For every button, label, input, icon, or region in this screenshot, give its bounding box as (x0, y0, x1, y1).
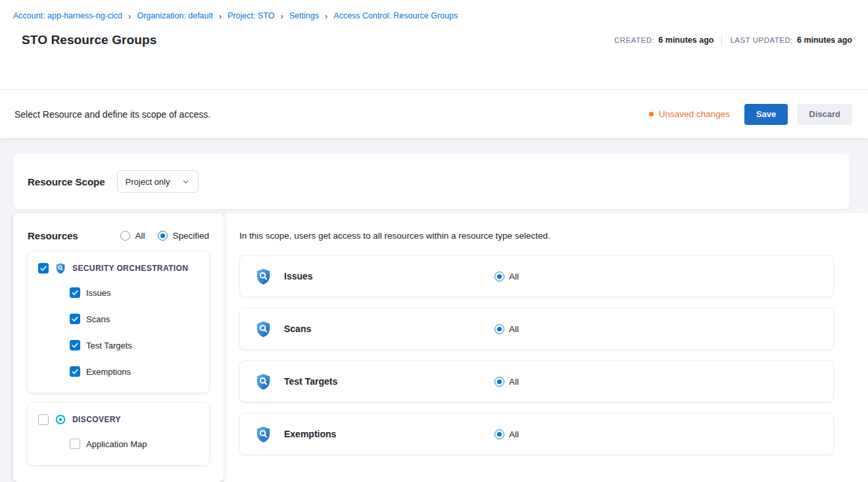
unsaved-dot-icon (649, 112, 654, 116)
access-all-label: All (509, 324, 519, 334)
radio-unselected-icon (120, 231, 130, 241)
app-root: Account: app-harness-ng-cicd Organizatio… (0, 0, 868, 482)
resource-item-label: Exemptions (86, 367, 131, 377)
scope-description: In this scope, users get access to all r… (239, 231, 834, 241)
access-all-label: All (509, 429, 519, 439)
title-row: STO Resource Groups CREATED: 6 minutes a… (13, 33, 852, 47)
resources-filter-specified[interactable]: Specified (158, 231, 209, 241)
row-label-issues: Issues (284, 271, 494, 281)
scans-checkbox[interactable] (70, 314, 80, 324)
access-all-label: All (509, 377, 519, 387)
resource-item-label: Application Map (86, 439, 147, 449)
radio-selected-icon (158, 231, 168, 241)
breadcrumb-item-account[interactable]: Account: app-harness-ng-cicd (13, 11, 122, 20)
panels: Resources All Specified (13, 213, 868, 482)
resource-group-security-orchestration: SECURITY ORCHESTRATION Issues (28, 252, 209, 393)
resource-row-exemptions: Exemptions All (239, 413, 834, 455)
resource-item-exemptions[interactable]: Exemptions (70, 358, 199, 385)
check-icon (71, 368, 79, 375)
row-label-scans: Scans (284, 324, 494, 334)
resource-item-label: Test Targets (86, 341, 132, 350)
resource-scope-card: Resource Scope Project only (13, 154, 850, 209)
issues-checkbox[interactable] (70, 287, 80, 298)
breadcrumb-item-project[interactable]: Project: STO (228, 11, 274, 20)
test-targets-access-all-radio[interactable]: All (494, 377, 519, 387)
resource-group-discovery: DISCOVERY Application Map (28, 403, 209, 465)
unsaved-changes-label: Unsaved changes (659, 109, 730, 119)
resources-header: Resources All Specified (28, 230, 209, 241)
group-items: Application Map (70, 431, 199, 457)
toolbar-actions: Unsaved changes Save Discard (649, 104, 852, 125)
application-map-checkbox[interactable] (70, 439, 80, 449)
sto-shield-icon (254, 373, 272, 391)
check-icon (39, 264, 47, 272)
exemptions-checkbox[interactable] (70, 366, 80, 377)
row-label-exemptions: Exemptions (284, 429, 494, 439)
discovery-checkbox[interactable] (38, 414, 49, 425)
chevron-right-icon (219, 12, 222, 20)
resource-row-scans: Scans All (239, 308, 834, 350)
page-header: Account: app-harness-ng-cicd Organizatio… (0, 0, 868, 90)
breadcrumb-item-organization[interactable]: Organization: default (137, 11, 212, 20)
resources-filter-all[interactable]: All (120, 231, 145, 241)
radio-selected-icon (494, 429, 504, 439)
sto-shield-icon (254, 320, 272, 338)
radio-selected-icon (494, 377, 504, 387)
header-meta: CREATED: 6 minutes ago LAST UPDATED: 6 m… (614, 36, 852, 45)
resource-scope-selected-value: Project only (126, 177, 170, 187)
group-name: DISCOVERY (72, 415, 121, 424)
resource-item-test-targets[interactable]: Test Targets (70, 332, 199, 358)
chevron-right-icon (280, 12, 283, 20)
row-label-test-targets: Test Targets (284, 376, 494, 387)
resource-row-test-targets: Test Targets All (239, 360, 834, 402)
sto-shield-icon (254, 425, 272, 443)
sto-shield-icon (55, 262, 66, 274)
issues-access-all-radio[interactable]: All (494, 272, 519, 281)
scope-detail-panel: In this scope, users get access to all r… (224, 213, 868, 482)
discard-button[interactable]: Discard (797, 104, 852, 125)
discovery-target-icon (55, 414, 66, 425)
group-items: Issues Scans Test Targets (70, 279, 199, 385)
exemptions-access-all-radio[interactable]: All (494, 429, 519, 439)
save-button[interactable]: Save (744, 104, 788, 125)
group-name: SECURITY ORCHESTRATION (72, 264, 188, 273)
toolbar: Select Resource and define its scope of … (0, 90, 868, 138)
breadcrumb: Account: app-harness-ng-cicd Organizatio… (13, 11, 852, 20)
created-label: CREATED: (614, 36, 654, 44)
radio-selected-icon (494, 272, 504, 281)
chevron-down-icon (181, 178, 190, 186)
main-content: Resource Scope Project only Resources Al… (0, 138, 868, 482)
page-title: STO Resource Groups (22, 33, 157, 47)
resource-item-scans[interactable]: Scans (70, 306, 199, 332)
radio-selected-icon (494, 324, 504, 334)
access-all-label: All (509, 272, 519, 281)
meta-divider (721, 36, 722, 45)
check-icon (71, 315, 79, 323)
chevron-right-icon (325, 12, 327, 20)
unsaved-changes-indicator: Unsaved changes (649, 109, 730, 119)
resource-item-label: Scans (86, 314, 110, 324)
test-targets-checkbox[interactable] (70, 340, 80, 350)
resources-filter-radio-group: All Specified (120, 231, 209, 241)
toolbar-description: Select Resource and define its scope of … (14, 109, 210, 120)
breadcrumb-item-resource-groups[interactable]: Access Control: Resource Groups (333, 11, 458, 20)
created-value: 6 minutes ago (658, 36, 713, 45)
resources-filter-all-label: All (135, 231, 145, 241)
breadcrumb-item-settings[interactable]: Settings (289, 11, 319, 20)
security-orchestration-checkbox[interactable] (38, 263, 49, 274)
resource-scope-label: Resource Scope (28, 176, 105, 187)
resource-scope-select[interactable]: Project only (117, 170, 199, 193)
resources-title: Resources (28, 230, 78, 241)
scans-access-all-radio[interactable]: All (494, 324, 519, 334)
chevron-right-icon (128, 12, 131, 20)
sto-shield-icon (254, 268, 272, 285)
group-header: SECURITY ORCHESTRATION (38, 262, 199, 274)
resources-panel: Resources All Specified (13, 213, 224, 482)
group-header: DISCOVERY (38, 414, 199, 425)
resource-row-issues: Issues All (239, 255, 834, 297)
resources-filter-specified-label: Specified (172, 231, 209, 241)
resource-item-application-map[interactable]: Application Map (70, 431, 199, 457)
resource-item-issues[interactable]: Issues (70, 279, 199, 306)
check-icon (71, 341, 79, 349)
resource-item-label: Issues (86, 288, 111, 298)
